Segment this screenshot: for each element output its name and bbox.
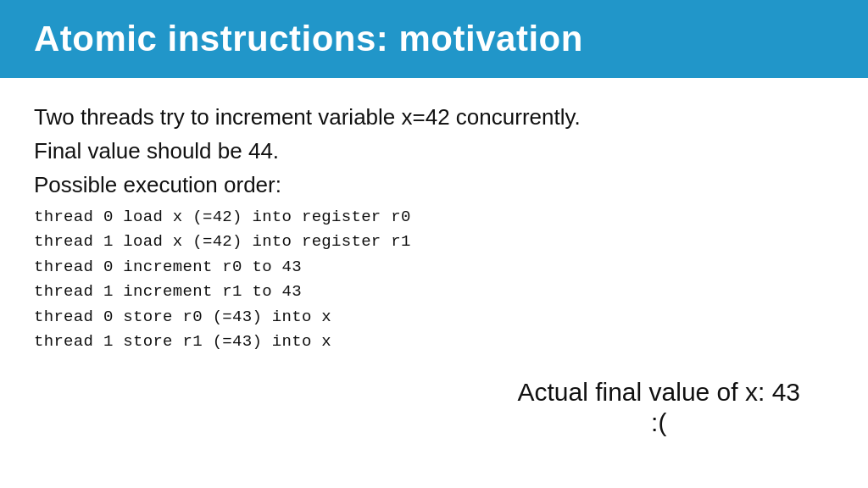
slide-content: Two threads try to increment variable x=…	[0, 78, 868, 488]
slide-header: Atomic instructions: motivation	[0, 0, 868, 78]
slide-title: Atomic instructions: motivation	[34, 19, 583, 58]
code-line-2: thread 1 load x (=42) into register r1	[34, 230, 834, 254]
code-line-3: thread 0 increment r0 to 43	[34, 255, 834, 280]
slide: Atomic instructions: motivation Two thre…	[0, 0, 868, 488]
intro-line2: Final value should be 44.	[34, 136, 834, 166]
code-block: thread 0 load x (=42) into register r0 t…	[34, 205, 834, 355]
code-line-4: thread 1 increment r1 to 43	[34, 280, 834, 304]
sad-face: :(	[517, 408, 800, 437]
actual-value-label: Actual final value of x: 43	[517, 378, 800, 407]
code-line-6: thread 1 store r1 (=43) into x	[34, 330, 834, 354]
code-line-1: thread 0 load x (=42) into register r0	[34, 205, 834, 230]
code-line-5: thread 0 store r0 (=43) into x	[34, 305, 834, 330]
intro-line1: Two threads try to increment variable x=…	[34, 102, 834, 132]
section-label: Possible execution order:	[34, 172, 834, 198]
actual-value-box: Actual final value of x: 43 :(	[517, 378, 800, 437]
